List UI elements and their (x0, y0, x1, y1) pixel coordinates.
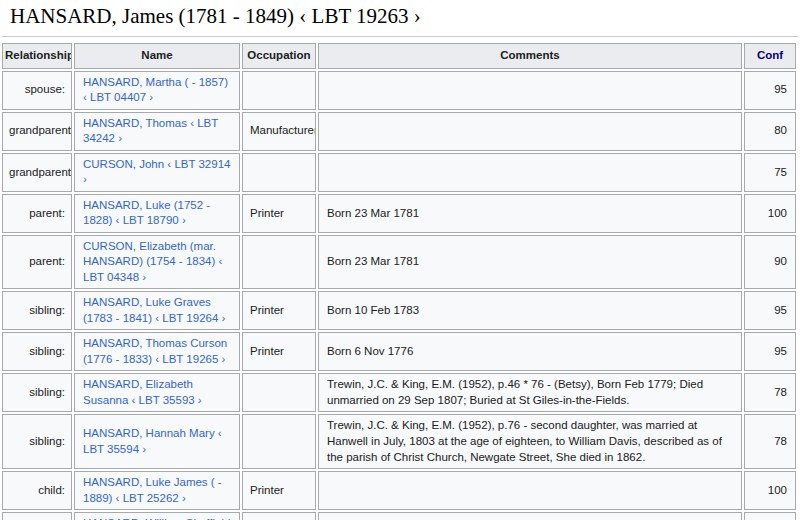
relationship-cell: parent: (2, 235, 72, 290)
page-title: HANSARD, James (1781 - 1849) ‹ LBT 19263… (10, 4, 794, 36)
col-header-name: Name (74, 43, 240, 69)
occupation-cell: Manufacturer (242, 112, 316, 151)
occupation-cell: Printer (242, 332, 316, 371)
name-cell: HANSARD, Thomas Curson (1776 - 1833) ‹ L… (74, 332, 240, 371)
col-header-relationship: Relationship (2, 43, 72, 69)
conf-cell: 100 (744, 471, 796, 510)
conf-cell: 100 (744, 512, 796, 520)
comments-cell: Born 23 Mar 1781 (318, 194, 742, 233)
table-row: grandparent: HANSARD, Thomas ‹ LBT 34242… (2, 112, 796, 151)
comments-cell (318, 112, 742, 151)
table-row: parent: HANSARD, Luke (1752 - 1828) ‹ LB… (2, 194, 796, 233)
name-cell: HANSARD, Luke Graves (1783 - 1841) ‹ LBT… (74, 291, 240, 330)
occupation-cell (242, 153, 316, 192)
col-header-occupation: Occupation (242, 43, 316, 69)
col-header-comments: Comments (318, 43, 742, 69)
relationship-cell: parent: (2, 194, 72, 233)
col-header-conf: Conf (744, 43, 796, 69)
table-row: sibling: HANSARD, Thomas Curson (1776 - … (2, 332, 796, 371)
table-row: grandparent: CURSON, John ‹ LBT 32914 › … (2, 153, 796, 192)
comments-cell: Trewin, J.C. & King, E.M. (1952), p.76 -… (318, 414, 742, 469)
name-cell: HANSARD, Luke James ( - 1889) ‹ LBT 2526… (74, 471, 240, 510)
table-row: child: HANSARD, Luke James ( - 1889) ‹ L… (2, 471, 796, 510)
conf-cell: 78 (744, 414, 796, 469)
name-cell: HANSARD, Hannah Mary ‹ LBT 35594 › (74, 414, 240, 469)
name-cell: HANSARD, Luke (1752 - 1828) ‹ LBT 18790 … (74, 194, 240, 233)
relationship-cell: sibling: (2, 373, 72, 412)
person-link[interactable]: CURSON, Elizabeth (mar. HANSARD) (1754 -… (83, 240, 222, 283)
occupation-cell (242, 235, 316, 290)
conf-cell: 75 (744, 153, 796, 192)
comments-cell: Born 10 Feb 1783 (318, 291, 742, 330)
table-row: sibling: HANSARD, Hannah Mary ‹ LBT 3559… (2, 414, 796, 469)
table-row: child: HANSARD, William Sheffield ( - 18… (2, 512, 796, 520)
conf-cell: 100 (744, 194, 796, 233)
name-cell: HANSARD, Thomas ‹ LBT 34242 › (74, 112, 240, 151)
name-cell: HANSARD, William Sheffield ( - 1862) ‹ L… (74, 512, 240, 520)
conf-sort-link[interactable]: Conf (757, 49, 783, 61)
relations-table: Relationship Name Occupation Comments Co… (0, 41, 798, 520)
table-row: sibling: HANSARD, Luke Graves (1783 - 18… (2, 291, 796, 330)
comments-cell (318, 512, 742, 520)
conf-cell: 95 (744, 291, 796, 330)
person-link[interactable]: HANSARD, Luke (1752 - 1828) ‹ LBT 18790 … (83, 199, 210, 227)
occupation-cell: Printer (242, 291, 316, 330)
table-row: sibling: HANSARD, Elizabeth Susanna ‹ LB… (2, 373, 796, 412)
name-cell: HANSARD, Elizabeth Susanna ‹ LBT 35593 › (74, 373, 240, 412)
relationship-cell: sibling: (2, 332, 72, 371)
comments-cell: Trewin, J.C. & King, E.M. (1952), p.46 *… (318, 373, 742, 412)
conf-cell: 80 (744, 112, 796, 151)
table-row: parent: CURSON, Elizabeth (mar. HANSARD)… (2, 235, 796, 290)
person-link[interactable]: HANSARD, Thomas ‹ LBT 34242 › (83, 117, 218, 145)
comments-cell (318, 71, 742, 110)
person-link[interactable]: HANSARD, Luke James ( - 1889) ‹ LBT 2526… (83, 476, 222, 504)
conf-cell: 78 (744, 373, 796, 412)
relationship-cell: sibling: (2, 414, 72, 469)
conf-cell: 95 (744, 71, 796, 110)
comments-cell (318, 471, 742, 510)
occupation-cell: Printer (242, 194, 316, 233)
person-link[interactable]: HANSARD, Luke Graves (1783 - 1841) ‹ LBT… (83, 296, 225, 324)
conf-cell: 90 (744, 235, 796, 290)
name-cell: CURSON, John ‹ LBT 32914 › (74, 153, 240, 192)
person-link[interactable]: HANSARD, Thomas Curson (1776 - 1833) ‹ L… (83, 337, 227, 365)
header-row: Relationship Name Occupation Comments Co… (2, 43, 796, 69)
relationship-cell: spouse: (2, 71, 72, 110)
person-link[interactable]: HANSARD, Hannah Mary ‹ LBT 35594 › (83, 427, 222, 455)
occupation-cell (242, 373, 316, 412)
conf-cell: 95 (744, 332, 796, 371)
name-cell: CURSON, Elizabeth (mar. HANSARD) (1754 -… (74, 235, 240, 290)
relationship-cell: grandparent: (2, 112, 72, 151)
occupation-cell: Printer (242, 471, 316, 510)
person-link[interactable]: HANSARD, Elizabeth Susanna ‹ LBT 35593 › (83, 378, 202, 406)
relationship-cell: grandparent: (2, 153, 72, 192)
comments-cell: Born 6 Nov 1776 (318, 332, 742, 371)
comments-cell (318, 153, 742, 192)
relationship-cell: child: (2, 512, 72, 520)
relationship-cell: sibling: (2, 291, 72, 330)
name-cell: HANSARD, Martha ( - 1857) ‹ LBT 04407 › (74, 71, 240, 110)
relationship-cell: child: (2, 471, 72, 510)
table-row: spouse: HANSARD, Martha ( - 1857) ‹ LBT … (2, 71, 796, 110)
occupation-cell (242, 71, 316, 110)
occupation-cell (242, 414, 316, 469)
person-link[interactable]: CURSON, John ‹ LBT 32914 › (83, 158, 230, 186)
person-link[interactable]: HANSARD, Martha ( - 1857) ‹ LBT 04407 › (83, 76, 228, 104)
comments-cell: Born 23 Mar 1781 (318, 235, 742, 290)
title-bar: HANSARD, James (1781 - 1849) ‹ LBT 19263… (2, 0, 798, 37)
occupation-cell: Stationer (242, 512, 316, 520)
